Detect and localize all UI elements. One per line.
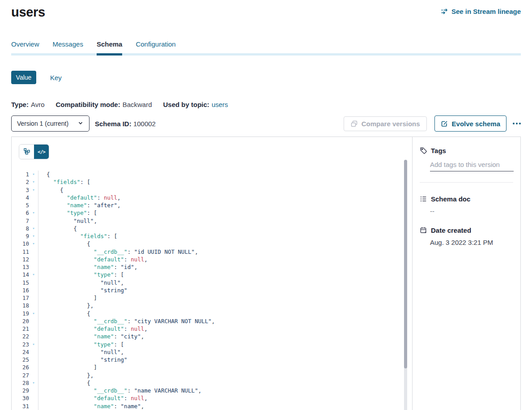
gutter: 2▾	[12, 178, 38, 186]
fold-caret-icon[interactable]: ▾	[29, 341, 38, 348]
code-text: {	[38, 240, 90, 248]
fold-spacer	[29, 387, 38, 394]
fold-caret-icon[interactable]: ▾	[29, 186, 38, 194]
editor-scrollbar-thumb[interactable]	[404, 160, 407, 368]
more-options-button[interactable]	[513, 115, 521, 132]
fold-caret-icon[interactable]: ▾	[29, 240, 38, 248]
code-line: 25 "string"	[12, 356, 412, 363]
code-view-button[interactable]: </>	[34, 145, 49, 159]
line-number: 14	[12, 271, 29, 278]
schema-id-value: 100002	[133, 120, 156, 128]
code-text: },	[38, 372, 94, 379]
line-number: 25	[12, 356, 29, 363]
line-number: 11	[12, 248, 29, 256]
tags-input[interactable]	[430, 160, 514, 171]
code-text: "__crdb__": "id UUID NOT NULL",	[38, 248, 198, 256]
code-line: 7 "null",	[12, 217, 412, 225]
fold-caret-icon[interactable]: ▾	[29, 310, 38, 317]
evolve-schema-label: Evolve schema	[452, 120, 500, 128]
code-text: {	[38, 171, 50, 178]
fold-caret-icon[interactable]: ▾	[29, 209, 38, 217]
code-view-icon: </>	[38, 149, 45, 155]
code-line: 16 "string"	[12, 286, 412, 294]
key-toggle-link[interactable]: Key	[50, 74, 62, 81]
line-number: 1	[12, 171, 29, 178]
fold-spacer	[29, 325, 38, 333]
value-key-toggle: Value Key	[11, 71, 521, 84]
tree-view-button[interactable]	[19, 145, 34, 159]
schema-editor: </> 1▾{2▾ "fields": [3▾ {4 "default": nu…	[12, 137, 412, 410]
code-text: "fields": [	[38, 178, 90, 186]
code-line: 8▾ {	[12, 225, 412, 232]
code-text: "name": "city",	[38, 333, 144, 340]
tag-icon	[420, 147, 427, 154]
fold-caret-icon[interactable]: ▾	[29, 379, 38, 387]
gutter: 21	[12, 325, 38, 333]
schema-code: 1▾{2▾ "fields": [3▾ {4 "default": null,5…	[12, 171, 412, 410]
code-text: "string"	[38, 286, 128, 294]
code-text: {	[38, 310, 90, 317]
tab-configuration[interactable]: Configuration	[136, 40, 175, 53]
fold-spacer	[29, 317, 38, 325]
schema-id-label: Schema ID:	[95, 120, 132, 128]
meta-type: Type:Avro	[11, 101, 44, 108]
code-line: 20 "__crdb__": "city VARCHAR NOT NULL",	[12, 317, 412, 325]
fold-caret-icon[interactable]: ▾	[29, 178, 38, 186]
gutter: 11	[12, 248, 38, 256]
code-line: 26 ]	[12, 363, 412, 371]
gutter: 27	[12, 372, 38, 379]
schema-meta-row: Type:AvroCompatibility mode:BackwardUsed…	[11, 101, 521, 108]
tab-bar-row: OverviewMessagesSchemaConfiguration	[0, 40, 532, 53]
fold-spacer	[29, 263, 38, 271]
compare-versions-label: Compare versions	[362, 120, 420, 128]
schema-sidebar: Tags Schema doc --	[412, 137, 520, 410]
editor-scrollbar[interactable]	[404, 160, 407, 410]
meta-value[interactable]: users	[212, 101, 228, 108]
tab-messages[interactable]: Messages	[53, 40, 83, 53]
code-line: 1▾{	[12, 171, 412, 178]
gutter: 25	[12, 356, 38, 363]
code-line: 30 "default": null,	[12, 394, 412, 402]
calendar-plus-icon	[420, 226, 427, 234]
code-text: {	[38, 225, 77, 232]
tags-section: Tags	[420, 147, 513, 183]
value-toggle-button[interactable]: Value	[11, 71, 36, 84]
code-text: "null",	[38, 348, 124, 356]
fold-spacer	[29, 286, 38, 294]
compare-versions-button[interactable]: Compare versions	[344, 116, 427, 131]
gutter: 13	[12, 263, 38, 271]
code-line: 24 "null",	[12, 348, 412, 356]
code-text: "string"	[38, 356, 128, 363]
fold-caret-icon[interactable]: ▾	[29, 225, 38, 232]
stream-lineage-link[interactable]: See in Stream lineage	[441, 8, 521, 15]
line-number: 5	[12, 201, 29, 209]
tags-title: Tags	[431, 147, 446, 154]
code-text: "type": [	[38, 271, 124, 278]
version-select[interactable]: Version 1 (current)	[11, 115, 89, 132]
code-line: 18 },	[12, 302, 412, 309]
line-number: 22	[12, 333, 29, 340]
tab-bar: OverviewMessagesSchemaConfiguration	[11, 40, 521, 53]
evolve-schema-button[interactable]: Evolve schema	[434, 115, 506, 132]
gutter: 18	[12, 302, 38, 309]
code-line: 5 "name": "after",	[12, 201, 412, 209]
line-number: 13	[12, 263, 29, 271]
line-number: 20	[12, 317, 29, 325]
date-created-heading: Date created	[420, 226, 513, 234]
line-number: 19	[12, 310, 29, 317]
code-line: 17 ]	[12, 294, 412, 302]
code-text: "name": "id",	[38, 263, 137, 271]
tab-overview[interactable]: Overview	[11, 40, 39, 53]
page-title: users	[11, 4, 45, 20]
code-text: ]	[38, 363, 97, 371]
line-number: 8	[12, 225, 29, 232]
code-text: "__crdb__": "name VARCHAR NULL",	[38, 387, 201, 394]
fold-caret-icon[interactable]: ▾	[29, 171, 38, 178]
fold-caret-icon[interactable]: ▾	[29, 232, 38, 240]
tab-schema[interactable]: Schema	[97, 40, 123, 53]
gutter: 8▾	[12, 225, 38, 232]
code-text: "name": "name",	[38, 402, 144, 410]
fold-caret-icon[interactable]: ▾	[29, 271, 38, 278]
gutter: 19▾	[12, 310, 38, 317]
line-number: 17	[12, 294, 29, 302]
